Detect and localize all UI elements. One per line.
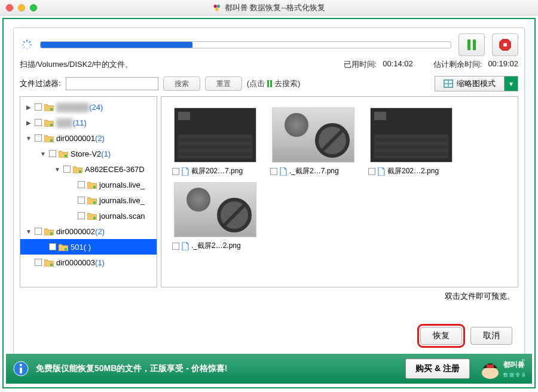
tree-row[interactable]: 501 ( ) — [20, 239, 157, 255]
svg-rect-25 — [93, 217, 96, 219]
tree-checkbox[interactable] — [49, 150, 56, 157]
thumbnail-item[interactable]: ._截屏2…2.png — [172, 182, 258, 251]
close-window-button[interactable] — [6, 4, 13, 11]
brand-mascot: 都叫兽 数 据 专 家 ™ — [477, 356, 525, 381]
thumbnail-preview[interactable] — [370, 108, 453, 163]
svg-rect-26 — [50, 232, 53, 235]
filter-input[interactable] — [66, 77, 158, 90]
blocked-icon — [216, 197, 252, 233]
pause-button[interactable] — [458, 33, 485, 56]
tree-checkbox[interactable] — [35, 134, 42, 142]
tree-row[interactable]: journals.live_ — [20, 177, 157, 192]
pause-icon-mini — [267, 80, 272, 87]
file-icon — [182, 167, 189, 176]
disclosure-arrow-icon[interactable]: ▼ — [54, 166, 61, 173]
buy-register-button[interactable]: 购买 & 注册 — [405, 359, 470, 379]
disclosure-arrow-icon[interactable]: ▶ — [25, 104, 32, 111]
tree-checkbox[interactable] — [49, 243, 56, 250]
view-mode-dropdown[interactable]: 缩略图模式 ▼ — [435, 76, 518, 91]
thumbnail-item[interactable]: ._截屏2…7.png — [270, 108, 356, 176]
thumbnail-checkbox[interactable] — [270, 168, 277, 175]
view-mode-label: 缩略图模式 — [457, 78, 496, 89]
tree-checkbox[interactable] — [35, 228, 42, 235]
window-title: 都叫兽 数据恢复--格式化恢复 — [225, 2, 325, 13]
thumbnail-preview[interactable] — [272, 108, 354, 163]
chevron-down-icon[interactable]: ▼ — [505, 76, 518, 91]
svg-point-2 — [215, 8, 218, 11]
thumbnail-checkbox[interactable] — [368, 168, 375, 175]
folder-icon — [44, 103, 54, 111]
svg-rect-20 — [50, 139, 53, 142]
pause-icon — [467, 39, 476, 50]
tree-node-count: (1) — [95, 258, 105, 267]
disclosure-arrow-icon[interactable]: ▼ — [25, 228, 32, 235]
tree-row[interactable]: ▶██████ (24) — [20, 99, 157, 115]
thumbnail-preview[interactable] — [174, 182, 256, 237]
recover-button[interactable]: 恢复 — [420, 327, 462, 345]
tree-row[interactable]: ▶███ (11) — [20, 115, 157, 130]
svg-rect-19 — [50, 124, 53, 126]
tree-node-name: journals.scan — [99, 212, 145, 220]
svg-rect-15 — [449, 81, 452, 83]
thumbnail-grid: 截屏202…7.png._截屏2…7.png截屏202…2.png._截屏2…2… — [161, 96, 518, 287]
tree-node-name: Store-V2 — [71, 149, 101, 158]
scan-progress-bar — [40, 41, 451, 48]
search-button[interactable]: 搜索 — [163, 76, 200, 91]
thumbnail-preview[interactable] — [174, 108, 256, 163]
thumbnail-item[interactable]: 截屏202…2.png — [368, 108, 454, 176]
svg-rect-18 — [50, 108, 53, 111]
info-icon — [13, 361, 29, 376]
disclosure-arrow-icon[interactable]: ▶ — [25, 120, 32, 126]
folder-icon — [87, 197, 97, 204]
folder-icon — [59, 150, 68, 158]
stop-button[interactable] — [492, 33, 518, 56]
thumbnail-filename: ._截屏2…2.png — [191, 241, 241, 251]
tree-checkbox[interactable] — [35, 119, 42, 126]
disclosure-arrow-icon[interactable]: ▼ — [39, 151, 47, 157]
svg-rect-23 — [93, 186, 96, 188]
thumbnail-filename: 截屏202…7.png — [191, 166, 243, 176]
tree-checkbox[interactable] — [78, 212, 85, 219]
tree-node-name: dir0000002 — [56, 227, 95, 236]
file-icon — [378, 167, 385, 176]
footer-banner: 免费版仅能恢复50MB的文件，正版享受 - 价格惊喜! 购买 & 注册 都叫兽 … — [6, 354, 532, 384]
tree-node-count: ( ) — [84, 243, 91, 252]
folder-icon — [44, 134, 54, 142]
tree-node-name: A862ECE6-367D — [85, 165, 145, 174]
disclosure-arrow-icon[interactable]: ▼ — [25, 135, 32, 142]
folder-icon — [44, 119, 54, 127]
tree-row[interactable]: ▼dir0000001 (2) — [20, 130, 157, 146]
minimize-window-button[interactable] — [18, 4, 25, 11]
svg-point-1 — [217, 4, 220, 7]
svg-rect-22 — [79, 170, 81, 173]
remaining-label: 估计剩余时间: — [433, 59, 482, 70]
tree-row[interactable]: ▼Store-V2 (1) — [20, 146, 157, 161]
tree-row[interactable]: dir0000003 (1) — [20, 255, 157, 270]
tree-row[interactable]: journals.live_ — [20, 192, 157, 208]
folder-icon — [59, 243, 68, 251]
tree-node-count: (1) — [101, 149, 111, 158]
reset-button[interactable]: 重置 — [205, 76, 242, 91]
svg-rect-37 — [20, 368, 22, 373]
svg-rect-28 — [50, 264, 53, 266]
svg-line-7 — [23, 41, 25, 43]
tree-checkbox[interactable] — [63, 166, 71, 173]
spinner-icon — [21, 39, 33, 51]
tree-checkbox[interactable] — [35, 259, 42, 266]
cancel-button[interactable]: 取消 — [470, 327, 512, 345]
svg-text:数 据 专 家: 数 据 专 家 — [503, 372, 525, 378]
folder-icon — [87, 181, 97, 189]
thumbnail-checkbox[interactable] — [172, 243, 179, 250]
thumbnail-checkbox[interactable] — [172, 168, 179, 175]
tree-checkbox[interactable] — [35, 103, 42, 111]
zoom-window-button[interactable] — [30, 4, 37, 11]
tree-row[interactable]: ▼dir0000002 (2) — [20, 223, 157, 239]
tree-checkbox[interactable] — [78, 181, 85, 188]
elapsed-label: 已用时间: — [344, 59, 377, 70]
svg-line-9 — [23, 47, 25, 48]
tree-checkbox[interactable] — [78, 197, 85, 204]
folder-tree[interactable]: ▶██████ (24)▶███ (11)▼dir0000001 (2)▼Sto… — [20, 96, 157, 287]
tree-row[interactable]: ▼A862ECE6-367D — [20, 161, 157, 177]
tree-row[interactable]: journals.scan — [20, 208, 157, 223]
thumbnail-item[interactable]: 截屏202…7.png — [172, 108, 258, 176]
